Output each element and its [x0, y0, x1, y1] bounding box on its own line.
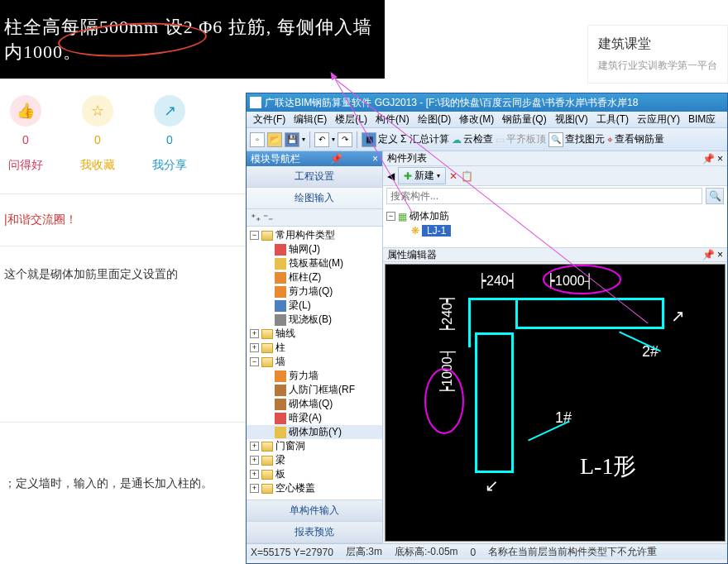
folder-icon [261, 456, 273, 466]
folder-icon [261, 231, 273, 241]
spec-banner: 柱全高每隔500mm 设2 Φ6 拉筋, 每侧伸入墙内1000。 [0, 0, 385, 79]
toolbar: ▫ 📂 💾 ▾ ↶ ▾ ↷ ▦定义 Σ 汇总计算 ☁云检查 ▭平齐板顶 🔍查找图… [247, 128, 727, 151]
drawing-viewport[interactable]: ┝240┥ ┝1000┤ ┝240┥ ┝1000┤ 2# 1# L-1形 ↗ ↙ [385, 264, 726, 542]
shape-label: L-1形 [580, 451, 636, 482]
vote-good[interactable]: 👍 0 问得好 [8, 95, 43, 173]
status-message: 名称在当前层当前构件类型下不允许重 [488, 545, 657, 559]
titlebar[interactable]: 广联达BIM钢筋算量软件 GGJ2013 - [F:\我的快盘\百度云同步盘\书… [247, 93, 727, 112]
cloud-check-button[interactable]: ☁云检查 [452, 132, 493, 146]
tab-single-input[interactable]: 单构件输入 [247, 500, 382, 522]
save-icon[interactable]: 💾 [285, 132, 299, 147]
view-rebar-button[interactable]: ⌖查看钢筋量 [607, 132, 664, 146]
component-list-header: 构件列表 📌 × [383, 151, 727, 166]
cad-rect [515, 298, 664, 329]
folder-icon [261, 484, 273, 494]
menu-modify[interactable]: 修改(M) [456, 112, 497, 127]
tab-draw-input[interactable]: 绘图输入 [247, 188, 382, 209]
pin-icon[interactable]: 📌 [330, 153, 342, 165]
expand-icon[interactable]: + [250, 329, 259, 338]
masonry-rebar-icon [275, 427, 286, 438]
menu-tools[interactable]: 工具(T) [593, 112, 632, 127]
shearwall-icon [275, 286, 286, 298]
vote-count: 0 [166, 133, 173, 146]
collapse-icon[interactable]: − [386, 212, 395, 221]
shearwall-icon [275, 370, 286, 382]
folder-icon [261, 357, 273, 367]
cad-rect [475, 332, 514, 473]
component-toolbar: ◀ ✚新建▾ ✕ 📋 [383, 166, 727, 186]
thumbs-up-icon: 👍 [10, 95, 41, 127]
right-arrow-icon: ↗ [671, 306, 685, 326]
folder-icon [261, 470, 273, 480]
nav-panel-header: 模块导航栏 📌 × [247, 151, 382, 166]
tree-toolbar[interactable]: ⁺₊ ⁻₋ [247, 209, 382, 227]
tab-project-settings[interactable]: 工程设置 [247, 166, 382, 188]
vote-count: 0 [94, 133, 101, 146]
vote-share[interactable]: ↗ 0 我分享 [152, 95, 187, 173]
close-icon[interactable]: × [372, 153, 378, 165]
down-arrow-icon: ↙ [485, 476, 499, 495]
menu-cloud[interactable]: 云应用(Y) [634, 112, 683, 127]
menu-floor[interactable]: 楼层(L) [332, 112, 371, 127]
vote-label: 问得好 [8, 158, 43, 173]
redo-icon[interactable]: ↷ [338, 132, 352, 147]
magenta-ellipse [543, 265, 621, 294]
expand-icon[interactable]: + [250, 484, 259, 493]
collapse-icon[interactable]: − [250, 231, 259, 240]
slab-icon [275, 314, 286, 326]
statusbar: X=55175 Y=27970 层高:3m 底标高:-0.05m 0 名称在当前… [247, 543, 727, 560]
status-zero: 0 [471, 547, 477, 558]
star-icon: ☆ [82, 95, 113, 127]
pin-icon[interactable]: 📌 [702, 249, 715, 260]
folder-icon [261, 329, 273, 339]
menu-bar: 文件(F) 编辑(E) 楼层(L) 构件(N) 绘图(D) 修改(M) 钢筋量(… [247, 112, 727, 128]
menu-rebar[interactable]: 钢筋量(Q) [499, 112, 549, 127]
search-input[interactable] [386, 188, 702, 204]
window-title: 广联达BIM钢筋算量软件 GGJ2013 - [F:\我的快盘\百度云同步盘\书… [265, 96, 638, 110]
menu-view[interactable]: 视图(V) [552, 112, 592, 127]
collapse-icon[interactable]: − [250, 357, 259, 366]
selected-component[interactable]: LJ-1 [422, 225, 451, 237]
sidebar-card[interactable]: 建筑课堂 建筑行业实训教学第一平台 [587, 25, 728, 84]
right-panel: 构件列表 📌 × ◀ ✚新建▾ ✕ 📋 🔍 −▦砌体加筋 ❋LJ-1 属性编辑器… [383, 151, 727, 543]
new-button[interactable]: ✚新建▾ [398, 167, 446, 184]
app-window: 广联达BIM钢筋算量软件 GGJ2013 - [F:\我的快盘\百度云同步盘\书… [246, 93, 728, 564]
close-icon[interactable]: × [717, 153, 723, 165]
vote-label: 我收藏 [80, 158, 115, 173]
menu-edit[interactable]: 编辑(E) [290, 112, 330, 127]
new-file-icon[interactable]: ▫ [250, 132, 265, 147]
card-title: 建筑课堂 [598, 36, 717, 53]
search-button[interactable]: 🔍 [706, 188, 724, 204]
expand-icon[interactable]: + [250, 343, 259, 352]
app-icon [250, 97, 261, 108]
menu-bim[interactable]: BIM应 [685, 112, 719, 127]
beam-icon [275, 300, 286, 312]
vote-count: 0 [22, 133, 29, 146]
grid-icon [275, 244, 286, 256]
vote-fav[interactable]: ☆ 0 我收藏 [80, 95, 115, 173]
menu-file[interactable]: 文件(F) [250, 112, 289, 127]
dim-v1: ┝240┥ [439, 294, 455, 333]
close-icon[interactable]: × [717, 249, 723, 260]
search-icon: 🔍 [709, 190, 721, 202]
undo-icon[interactable]: ↶ [314, 132, 329, 147]
masonry-icon [275, 399, 286, 410]
expand-icon[interactable]: + [250, 470, 259, 479]
expand-icon[interactable]: + [250, 456, 259, 465]
pin-icon[interactable]: 📌 [702, 153, 715, 165]
card-subtitle: 建筑行业实训教学第一平台 [598, 58, 717, 73]
component-instance-tree[interactable]: −▦砌体加筋 ❋LJ-1 [383, 206, 727, 247]
status-bottom: 底标高:-0.05m [395, 545, 458, 559]
find-button[interactable]: 🔍查找图元 [548, 132, 605, 147]
left-panel: 模块导航栏 📌 × 工程设置 绘图输入 ⁺₊ ⁻₋ −常用构件类型 轴网(J) … [247, 151, 383, 543]
hiddenbeam-icon [275, 413, 286, 424]
raft-icon [275, 258, 286, 270]
component-tree[interactable]: −常用构件类型 轴网(J) 筏板基础(M) 框柱(Z) 剪力墙(Q) 梁(L) … [247, 227, 382, 499]
menu-draw[interactable]: 绘图(D) [414, 112, 455, 127]
expand-icon[interactable]: + [250, 442, 259, 451]
vote-label: 我分享 [152, 158, 187, 173]
red-ellipse [424, 368, 464, 434]
status-floor: 层高:3m [346, 545, 382, 559]
open-file-icon[interactable]: 📂 [267, 132, 282, 147]
tab-report[interactable]: 报表预览 [247, 522, 382, 543]
